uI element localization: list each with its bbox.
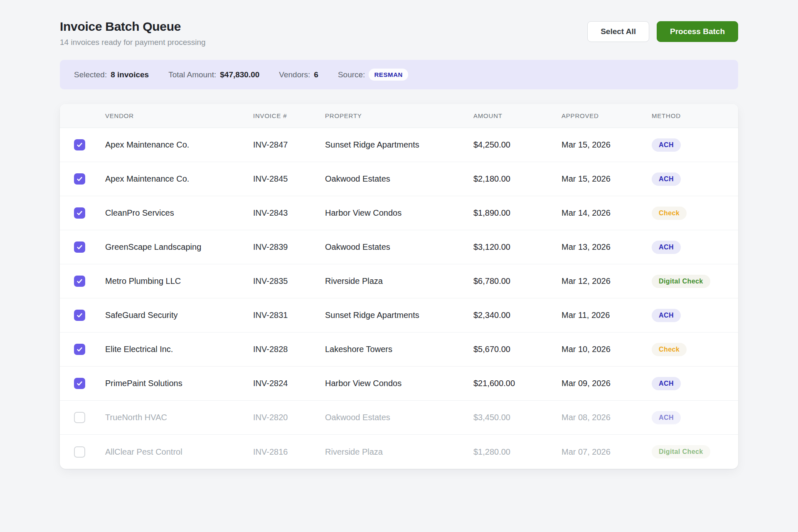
invoice-amount: $1,280.00 bbox=[473, 447, 562, 457]
property-name: Lakeshore Towers bbox=[325, 345, 473, 354]
vendor-name: Apex Maintenance Co. bbox=[105, 174, 253, 184]
vendor-name: AllClear Pest Control bbox=[105, 447, 253, 457]
page-title: Invoice Batch Queue bbox=[60, 20, 206, 34]
invoice-amount: $6,780.00 bbox=[473, 276, 562, 286]
table-row[interactable]: SafeGuard Security INV-2831 Sunset Ridge… bbox=[60, 298, 738, 332]
method-cell: ACH bbox=[652, 241, 738, 254]
checkbox-checked[interactable] bbox=[74, 378, 85, 389]
payment-method-badge: ACH bbox=[652, 411, 681, 424]
row-checkbox-cell bbox=[60, 344, 105, 355]
header-actions: Select All Process Batch bbox=[587, 21, 738, 42]
checkbox-checked[interactable] bbox=[74, 241, 85, 253]
invoice-amount: $3,450.00 bbox=[473, 413, 562, 422]
property-name: Oakwood Estates bbox=[325, 413, 473, 422]
method-cell: Check bbox=[652, 207, 738, 220]
method-cell: Check bbox=[652, 343, 738, 356]
payment-method-badge: ACH bbox=[652, 138, 681, 152]
row-checkbox-cell bbox=[60, 412, 105, 423]
vendor-name: Apex Maintenance Co. bbox=[105, 140, 253, 150]
payment-method-badge: Check bbox=[652, 207, 687, 220]
select-all-button[interactable]: Select All bbox=[587, 21, 649, 42]
page: Invoice Batch Queue 14 invoices ready fo… bbox=[60, 0, 738, 469]
row-checkbox-cell bbox=[60, 207, 105, 219]
checkbox-checked[interactable] bbox=[74, 139, 85, 150]
source-badge: RESMAN bbox=[369, 69, 408, 81]
checkbox-checked[interactable] bbox=[74, 276, 85, 287]
table-row[interactable]: Elite Electrical Inc. INV-2828 Lakeshore… bbox=[60, 332, 738, 367]
invoice-number: INV-2835 bbox=[253, 276, 325, 286]
column-header-approved: APPROVED bbox=[562, 112, 652, 119]
invoice-amount: $3,120.00 bbox=[473, 242, 562, 252]
method-cell: Digital Check bbox=[652, 445, 738, 458]
summary-vendors: Vendors: 6 bbox=[279, 70, 318, 79]
summary-total-amount: Total Amount: $47,830.00 bbox=[168, 70, 259, 79]
invoice-amount: $1,890.00 bbox=[473, 208, 562, 218]
summary-selected-value: 8 invoices bbox=[111, 70, 149, 79]
checkbox-checked[interactable] bbox=[74, 310, 85, 321]
invoice-number: INV-2816 bbox=[253, 447, 325, 457]
row-checkbox-cell bbox=[60, 446, 105, 458]
payment-method-badge: ACH bbox=[652, 377, 681, 390]
summary-total-value: $47,830.00 bbox=[220, 70, 259, 79]
page-header-text: Invoice Batch Queue 14 invoices ready fo… bbox=[60, 20, 206, 47]
vendor-name: CleanPro Services bbox=[105, 208, 253, 218]
table-row[interactable]: TrueNorth HVAC INV-2820 Oakwood Estates … bbox=[60, 401, 738, 435]
checkbox-unchecked[interactable] bbox=[74, 412, 85, 423]
vendor-name: SafeGuard Security bbox=[105, 310, 253, 320]
property-name: Oakwood Estates bbox=[325, 242, 473, 252]
table-row[interactable]: PrimePaint Solutions INV-2824 Harbor Vie… bbox=[60, 367, 738, 401]
invoice-number: INV-2847 bbox=[253, 140, 325, 150]
process-batch-button[interactable]: Process Batch bbox=[657, 21, 738, 42]
method-cell: ACH bbox=[652, 172, 738, 186]
invoice-number: INV-2820 bbox=[253, 413, 325, 422]
invoice-amount: $2,340.00 bbox=[473, 310, 562, 320]
summary-vendors-label: Vendors: bbox=[279, 70, 310, 79]
table-row[interactable]: CleanPro Services INV-2843 Harbor View C… bbox=[60, 196, 738, 230]
summary-source-label: Source: bbox=[338, 70, 365, 79]
page-header: Invoice Batch Queue 14 invoices ready fo… bbox=[60, 20, 738, 47]
column-header-invoice: INVOICE # bbox=[253, 112, 325, 119]
method-cell: ACH bbox=[652, 309, 738, 322]
method-cell: ACH bbox=[652, 377, 738, 390]
checkbox-checked[interactable] bbox=[74, 173, 85, 185]
invoice-number: INV-2845 bbox=[253, 174, 325, 184]
summary-selected: Selected: 8 invoices bbox=[74, 70, 149, 79]
checkbox-unchecked[interactable] bbox=[74, 446, 85, 458]
invoice-number: INV-2828 bbox=[253, 345, 325, 354]
summary-source: Source: RESMAN bbox=[338, 69, 408, 81]
table-row[interactable]: Metro Plumbing LLC INV-2835 Riverside Pl… bbox=[60, 264, 738, 298]
table-row[interactable]: GreenScape Landscaping INV-2839 Oakwood … bbox=[60, 230, 738, 264]
checkbox-checked[interactable] bbox=[74, 207, 85, 219]
payment-method-badge: ACH bbox=[652, 172, 681, 186]
approved-date: Mar 08, 2026 bbox=[562, 413, 652, 422]
property-name: Harbor View Condos bbox=[325, 379, 473, 388]
table-row[interactable]: AllClear Pest Control INV-2816 Riverside… bbox=[60, 435, 738, 469]
invoice-amount: $5,670.00 bbox=[473, 345, 562, 354]
method-cell: Digital Check bbox=[652, 275, 738, 288]
summary-vendors-value: 6 bbox=[314, 70, 318, 79]
property-name: Harbor View Condos bbox=[325, 208, 473, 218]
summary-bar: Selected: 8 invoices Total Amount: $47,8… bbox=[60, 60, 738, 89]
row-checkbox-cell bbox=[60, 173, 105, 185]
payment-method-badge: Digital Check bbox=[652, 275, 710, 288]
method-cell: ACH bbox=[652, 138, 738, 152]
table-row[interactable]: Apex Maintenance Co. INV-2847 Sunset Rid… bbox=[60, 128, 738, 162]
payment-method-badge: Check bbox=[652, 343, 687, 356]
vendor-name: Elite Electrical Inc. bbox=[105, 345, 253, 354]
invoice-amount: $4,250.00 bbox=[473, 140, 562, 150]
row-checkbox-cell bbox=[60, 276, 105, 287]
invoice-number: INV-2831 bbox=[253, 310, 325, 320]
property-name: Sunset Ridge Apartments bbox=[325, 140, 473, 150]
vendor-name: GreenScape Landscaping bbox=[105, 242, 253, 252]
approved-date: Mar 15, 2026 bbox=[562, 174, 652, 184]
checkbox-checked[interactable] bbox=[74, 344, 85, 355]
table-row[interactable]: Apex Maintenance Co. INV-2845 Oakwood Es… bbox=[60, 162, 738, 196]
payment-method-badge: Digital Check bbox=[652, 445, 710, 458]
approved-date: Mar 09, 2026 bbox=[562, 379, 652, 388]
property-name: Oakwood Estates bbox=[325, 174, 473, 184]
approved-date: Mar 13, 2026 bbox=[562, 242, 652, 252]
column-header-property: PROPERTY bbox=[325, 112, 473, 119]
approved-date: Mar 07, 2026 bbox=[562, 447, 652, 457]
invoice-amount: $2,180.00 bbox=[473, 174, 562, 184]
invoice-table: VENDOR INVOICE # PROPERTY AMOUNT APPROVE… bbox=[60, 104, 738, 469]
